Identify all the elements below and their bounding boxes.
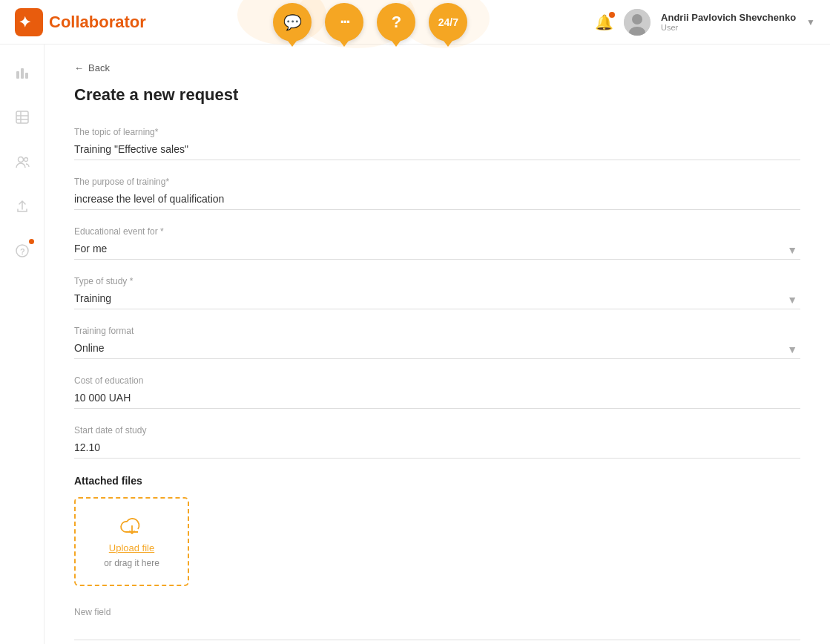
format-select[interactable]: Online Offline Blended	[74, 339, 800, 359]
topic-label: The topic of learning*	[74, 127, 800, 137]
request-form: The topic of learning* The purpose of tr…	[74, 127, 800, 640]
svg-rect-6	[21, 68, 24, 79]
main-content: ← Back Create a new request The topic of…	[45, 45, 830, 644]
content-area: ← Back Create a new request The topic of…	[45, 45, 830, 644]
purpose-field: The purpose of training*	[74, 177, 800, 210]
cost-label: Cost of education	[74, 375, 800, 386]
topic-input[interactable]	[74, 140, 800, 160]
attached-files-section: Attached files Upload file or drag it he…	[74, 475, 800, 586]
back-link-label: Back	[88, 62, 110, 73]
cost-input[interactable]	[74, 389, 800, 409]
study-type-select[interactable]: Training Seminar Workshop Online course	[74, 289, 800, 309]
chat-bubble-2[interactable]: ···	[325, 3, 363, 42]
svg-rect-7	[25, 73, 28, 79]
svg-point-12	[18, 157, 23, 162]
new-field-label: New field	[74, 607, 800, 617]
logo-area[interactable]: ✦ Collaborator	[15, 8, 146, 36]
user-menu-chevron[interactable]: ▼	[806, 17, 815, 27]
format-select-wrapper: Online Offline Blended ▼	[74, 339, 800, 359]
svg-point-3	[632, 14, 642, 24]
header-right: 🔔 Andrii Pavlovich Shevchenko User ▼	[595, 9, 815, 36]
share-icon	[15, 199, 30, 214]
sidebar-item-users[interactable]	[9, 148, 36, 175]
page-title-text: Create a new request	[74, 85, 238, 104]
user-info: Andrii Pavlovich Shevchenko User	[661, 12, 796, 32]
cost-field: Cost of education	[74, 375, 800, 409]
event-field: Educational event for * For me For team …	[74, 226, 800, 260]
start-date-label: Start date of study	[74, 425, 800, 436]
chat-bubble-1[interactable]: 💬	[273, 3, 312, 42]
sidebar: ?	[0, 45, 45, 644]
format-field: Training format Online Offline Blended ▼	[74, 326, 800, 359]
upload-drag-text: or drag it here	[104, 558, 159, 568]
svg-point-13	[24, 158, 27, 162]
format-label: Training format	[74, 326, 800, 336]
page-title: Create a new request	[74, 85, 800, 105]
user-name: Andrii Pavlovich Shevchenko	[661, 12, 796, 23]
purpose-label: The purpose of training*	[74, 177, 800, 187]
upload-cloud-icon	[119, 516, 145, 538]
logo-icon: ✦	[15, 8, 43, 36]
upload-link[interactable]: Upload file	[109, 542, 154, 553]
study-type-label: Type of study *	[74, 276, 800, 286]
new-field-section: New field	[74, 607, 800, 640]
svg-rect-5	[16, 71, 19, 79]
svg-text:✦: ✦	[19, 14, 31, 30]
new-field-input[interactable]	[74, 620, 800, 640]
back-link[interactable]: ← Back	[74, 62, 800, 73]
sidebar-item-reports[interactable]	[9, 59, 36, 86]
study-type-field: Type of study * Training Seminar Worksho…	[74, 276, 800, 309]
avatar-image	[624, 9, 651, 36]
back-arrow-icon: ←	[74, 62, 84, 73]
svg-text:?: ?	[20, 247, 25, 256]
chat-bubble-3[interactable]: ?	[377, 3, 415, 42]
sidebar-item-help[interactable]: ?	[9, 237, 36, 264]
study-type-select-wrapper: Training Seminar Workshop Online course …	[74, 289, 800, 309]
user-avatar[interactable]	[624, 9, 651, 36]
help-icon: ?	[15, 243, 30, 258]
header-center: 💬 ··· ? 24/7	[146, 3, 595, 42]
start-date-input[interactable]	[74, 438, 800, 459]
app-body: ? ← Back Create a new request The topic …	[0, 45, 830, 644]
topic-field: The topic of learning*	[74, 127, 800, 160]
sidebar-item-share[interactable]	[9, 193, 36, 220]
purpose-input[interactable]	[74, 190, 800, 210]
logo-text: Collaborator	[49, 13, 146, 32]
svg-rect-8	[16, 111, 28, 123]
reports-icon	[15, 65, 30, 80]
attached-files-title: Attached files	[74, 475, 800, 487]
notification-dot	[609, 12, 615, 18]
notification-bell[interactable]: 🔔	[595, 13, 613, 31]
user-role: User	[661, 23, 796, 32]
table-icon	[15, 110, 30, 125]
sidebar-item-table[interactable]	[9, 104, 36, 131]
event-label: Educational event for *	[74, 226, 800, 237]
upload-box[interactable]: Upload file or drag it here	[74, 497, 189, 586]
users-icon	[15, 154, 30, 169]
event-select-wrapper: For me For team For department ▼	[74, 240, 800, 260]
chat-bubble-4[interactable]: 24/7	[429, 3, 467, 42]
event-select[interactable]: For me For team For department	[74, 240, 800, 260]
app-header: ✦ Collaborator 💬 ··· ? 24/7 🔔	[0, 0, 830, 45]
start-date-field: Start date of study	[74, 425, 800, 459]
